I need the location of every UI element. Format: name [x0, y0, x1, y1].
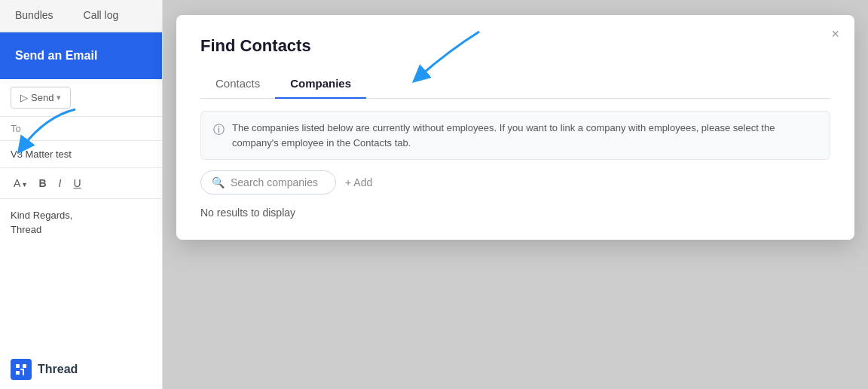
no-results-text: No results to display — [200, 204, 830, 222]
underline-button[interactable]: U — [69, 174, 85, 192]
tab-contacts[interactable]: Contacts — [200, 69, 275, 99]
font-size-button[interactable]: A ▾ — [9, 174, 31, 192]
send-button[interactable]: ▷ Send ▾ — [11, 87, 71, 109]
info-box: ⓘ The companies listed below are current… — [200, 111, 830, 160]
to-row: To — [0, 117, 162, 141]
modal-title: Find Contacts — [200, 36, 830, 56]
send-label: Send — [31, 92, 53, 103]
search-placeholder: Search companies — [231, 176, 318, 188]
send-row: ▷ Send ▾ — [0, 79, 162, 117]
svg-rect-3 — [16, 371, 20, 375]
formatting-toolbar: A ▾ B I U — [0, 168, 162, 199]
info-icon: ⓘ — [213, 121, 225, 139]
modal-tabs: Contacts Companies — [200, 69, 830, 99]
to-label: To — [11, 123, 26, 134]
body-line-1: Kind Regards, — [11, 210, 151, 221]
modal-close-button[interactable]: × — [831, 27, 839, 41]
top-tabs: Bundles Call log — [0, 0, 162, 32]
svg-rect-1 — [16, 364, 20, 368]
thread-logo: Thread — [0, 350, 162, 389]
send-email-sidebar-item[interactable]: Send an Email — [0, 32, 162, 79]
search-add-row: 🔍 Search companies + Add — [200, 170, 830, 194]
find-contacts-modal: × Find Contacts Contacts Companies ⓘ The… — [176, 15, 854, 240]
send-icon: ▷ — [20, 92, 28, 103]
modal-overlay: × Find Contacts Contacts Companies ⓘ The… — [163, 0, 868, 389]
svg-rect-5 — [20, 369, 24, 370]
left-panel: Bundles Call log Send an Email ▷ Send ▾ … — [0, 0, 163, 389]
svg-rect-2 — [23, 364, 26, 368]
add-button[interactable]: + Add — [345, 176, 372, 188]
tab-companies[interactable]: Companies — [275, 69, 366, 99]
dropdown-icon: ▾ — [57, 93, 61, 103]
thread-icon — [11, 359, 32, 380]
search-companies-box[interactable]: 🔍 Search companies — [200, 170, 336, 194]
info-text: The companies listed below are currently… — [232, 121, 818, 150]
matter-title: V3 Matter test — [0, 141, 162, 168]
bold-button[interactable]: B — [34, 174, 50, 192]
thread-text: Thread — [38, 363, 78, 376]
email-body: Kind Regards, Thread — [0, 199, 162, 350]
tab-call-log[interactable]: Call log — [69, 0, 134, 32]
body-line-2: Thread — [11, 224, 151, 235]
search-icon: 🔍 — [212, 176, 225, 188]
italic-button[interactable]: I — [54, 174, 66, 192]
to-input[interactable] — [32, 123, 158, 134]
tab-bundles[interactable]: Bundles — [0, 0, 69, 32]
